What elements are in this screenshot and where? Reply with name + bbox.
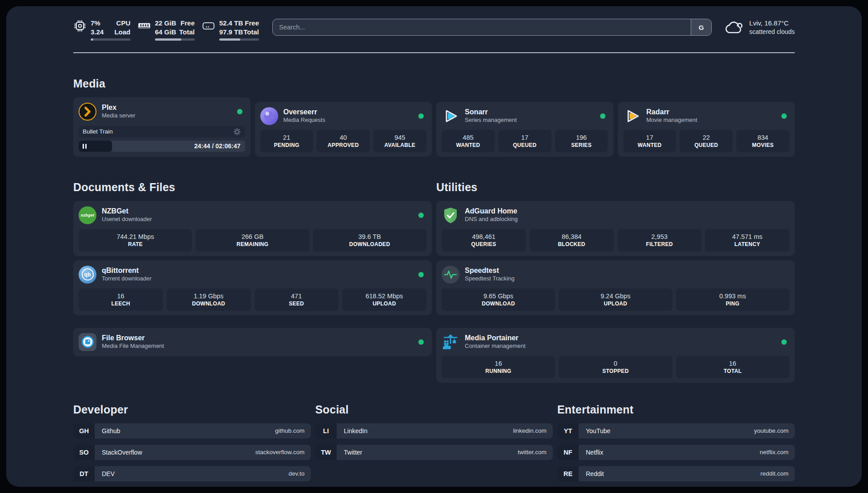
status-dot — [418, 213, 424, 218]
stat-label: AVAILABLE — [384, 142, 416, 148]
bookmark-abbr: YT — [557, 423, 579, 439]
ram-progress-bar — [155, 38, 195, 41]
speedtest-icon — [442, 266, 459, 284]
bookmark-name: LinkedIn — [344, 427, 367, 435]
weather-widget: Lviv, 16.87°C scattered clouds — [723, 19, 795, 36]
sonarr-app-link[interactable]: Sonarr Series management — [442, 105, 608, 127]
bookmark-dev[interactable]: DT DEV dev.to — [73, 466, 311, 481]
sonarr-icon — [442, 107, 459, 125]
entertainment-section: Entertainment YT YouTube youtube.com NF … — [557, 403, 795, 487]
stat-box: 16 LEECH — [79, 288, 163, 311]
app-name: Radarr — [647, 108, 697, 117]
stat-label: REMAINING — [237, 241, 268, 247]
bookmark-github[interactable]: GH Github github.com — [73, 423, 311, 439]
bookmark-url: stackoverflow.com — [255, 449, 305, 455]
status-dot — [418, 113, 424, 119]
overseerr-app-link[interactable]: Overseerr Media Requests — [260, 105, 427, 127]
bookmark-name: YouTube — [586, 427, 610, 435]
bookmark-abbr: LI — [315, 423, 337, 439]
status-dot — [237, 109, 242, 114]
bookmark-youtube[interactable]: YT YouTube youtube.com — [557, 423, 795, 439]
ram-label-bottom: Total — [179, 28, 195, 37]
search-input[interactable] — [273, 19, 691, 35]
stat-box: 744.21 Mbps RATE — [79, 229, 192, 251]
disk-icon — [202, 19, 215, 33]
bookmark-netflix[interactable]: NF Netflix netflix.com — [557, 445, 795, 460]
ram-values: 22 GiB 64 GiB — [155, 19, 176, 37]
stat-box: 16 TOTAL — [676, 356, 789, 378]
pause-icon[interactable] — [83, 144, 87, 149]
app-name: qBittorrent — [102, 266, 151, 275]
stat-box: 17 QUEUED — [498, 130, 551, 152]
bookmark-stackoverflow[interactable]: SO StackOverflow stackoverflow.com — [73, 445, 311, 460]
radarr-app-link[interactable]: Radarr Movie management — [623, 105, 790, 127]
stat-label: DOWNLOAD — [192, 301, 225, 307]
portainer-app-link[interactable]: Media Portainer Container management — [442, 331, 789, 353]
disk-free-value: 52.4 TB — [219, 19, 243, 28]
stat-value: 9.24 Gbps — [601, 292, 630, 300]
status-dot — [600, 113, 605, 119]
overseerr-icon — [260, 107, 278, 125]
bookmark-url: github.com — [275, 427, 305, 434]
stat-label: LATENCY — [734, 241, 760, 247]
stat-value: 0.993 ms — [719, 292, 746, 300]
speedtest-card: Speedtest Speedtest Tracking 9.65 Gbps D… — [436, 260, 795, 315]
playback-progress-fill — [79, 141, 112, 152]
search-engine-button[interactable]: G — [691, 19, 711, 35]
app-description: Media File Management — [102, 343, 164, 350]
cpu-percent: 7% — [91, 19, 104, 28]
radarr-icon — [623, 107, 641, 125]
section-title-media: Media — [73, 77, 795, 90]
adguard-app-link[interactable]: AdGuard Home DNS and adblocking — [442, 205, 789, 226]
stat-value: 498,461 — [472, 233, 495, 240]
status-dot — [781, 113, 787, 119]
stat-box: 2,953 FILTERED — [618, 229, 702, 251]
stat-value: 22 — [703, 134, 710, 141]
stat-box: 40 APPROVED — [317, 130, 370, 152]
app-description: Container management — [465, 343, 526, 350]
stat-value: 47.571 ms — [732, 233, 763, 240]
qbittorrent-app-link[interactable]: qb qBittorrent Torrent downloader — [79, 264, 426, 285]
stat-value: 2,953 — [651, 233, 668, 240]
stat-box: 196 SERIES — [555, 130, 608, 152]
cloud-icon — [723, 20, 744, 36]
overseerr-stats: 21 PENDING 40 APPROVED 945 AVAILABLE — [260, 130, 427, 152]
portainer-card: Media Portainer Container management 16 … — [436, 328, 795, 383]
filebrowser-icon — [79, 333, 96, 351]
screenshot-frame: 7% 3.24 CPU Load — [0, 0, 868, 493]
bookmark-twitter[interactable]: TW Twitter twitter.com — [315, 445, 553, 460]
stat-label: RUNNING — [485, 368, 511, 374]
qbittorrent-stats: 16 LEECH 1.19 Gbps DOWNLOAD 471 SEED 6 — [79, 288, 426, 311]
top-bar: 7% 3.24 CPU Load — [6, 6, 862, 41]
weather-location-temp: Lviv, 16.87°C — [749, 19, 795, 28]
ram-widget: 22 GiB 64 GiB Free Total — [138, 19, 195, 41]
stat-box: 498,461 QUERIES — [442, 229, 526, 251]
cpu-labels: CPU Load — [114, 19, 130, 37]
stat-value: 471 — [291, 292, 302, 300]
stat-label: RATE — [128, 241, 143, 247]
disk-labels: Free Total — [243, 19, 259, 37]
stat-box: 945 AVAILABLE — [373, 130, 426, 152]
disk-progress-fill — [219, 38, 240, 41]
playback-progress-bar[interactable]: 24:44 / 02:06:47 — [79, 141, 245, 152]
bookmark-linkedin[interactable]: LI LinkedIn linkedin.com — [315, 423, 553, 439]
filebrowser-app-link[interactable]: File Browser Media File Management — [79, 331, 426, 353]
stat-box: 0.993 ms PING — [676, 288, 789, 311]
bookmark-name: Github — [102, 427, 120, 435]
disk-widget: 52.4 TB 97.9 TB Free Total — [202, 19, 259, 41]
app-description: Media server — [102, 112, 135, 119]
stat-value: 9.65 Gbps — [484, 292, 513, 300]
stat-value: 16 — [117, 292, 124, 300]
stat-box: 9.65 Gbps DOWNLOAD — [442, 288, 555, 311]
plex-app-link[interactable]: Plex Media server — [79, 101, 245, 122]
stat-label: WANTED — [456, 142, 480, 148]
bookmark-reddit[interactable]: RE Reddit reddit.com — [557, 466, 795, 481]
gear-icon[interactable] — [233, 128, 241, 136]
disk-label-bottom: Total — [243, 28, 259, 37]
nzbget-app-link[interactable]: nzbget NZBGet Usenet downloader — [79, 205, 426, 226]
bookmark-abbr: DT — [73, 466, 95, 481]
speedtest-app-link[interactable]: Speedtest Speedtest Tracking — [442, 264, 789, 285]
app-name: AdGuard Home — [465, 207, 518, 216]
app-description: Movie management — [647, 117, 697, 124]
status-dot — [418, 272, 424, 277]
